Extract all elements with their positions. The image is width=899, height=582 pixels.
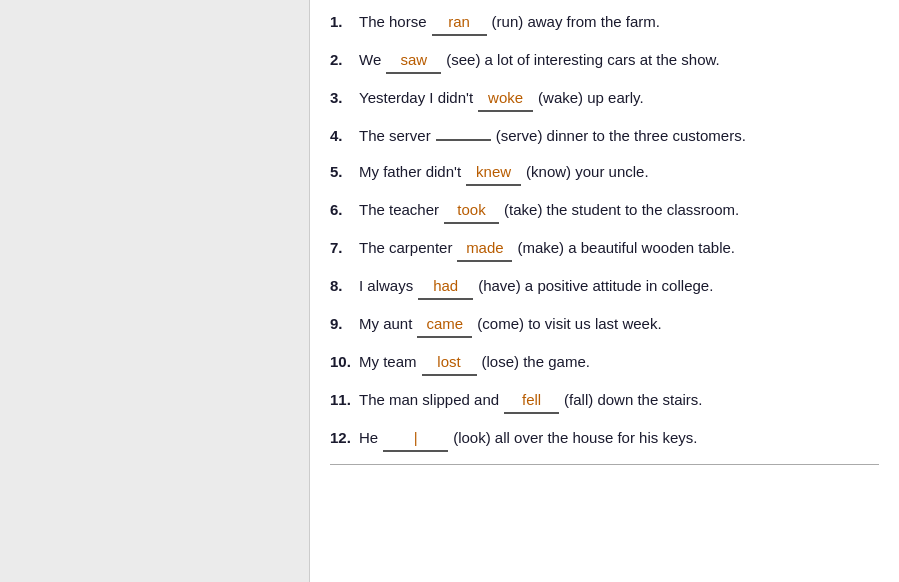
item-number: 9. xyxy=(330,312,358,336)
item-answer[interactable]: knew xyxy=(466,160,521,186)
item-content: The server (serve) dinner to the three c… xyxy=(358,124,747,148)
item-answer[interactable] xyxy=(436,139,491,141)
item-before-text: The teacher xyxy=(359,198,439,222)
item-answer[interactable]: lost xyxy=(422,350,477,376)
item-after-text: (know) your uncle. xyxy=(526,160,649,184)
item-after-text: (have) a positive attitude in college. xyxy=(478,274,713,298)
item-after-text: (run) away from the farm. xyxy=(492,10,660,34)
page-container: 1.The horse ran (run) away from the farm… xyxy=(0,0,899,582)
item-after-text: (see) a lot of interesting cars at the s… xyxy=(446,48,719,72)
item-answer[interactable]: had xyxy=(418,274,473,300)
item-answer[interactable]: | xyxy=(383,426,448,452)
item-number: 10. xyxy=(330,350,358,374)
item-content: The teacher took (take) the student to t… xyxy=(358,198,740,224)
item-content: We saw (see) a lot of interesting cars a… xyxy=(358,48,721,74)
item-before-text: The carpenter xyxy=(359,236,452,260)
item-number: 2. xyxy=(330,48,358,72)
item-answer[interactable]: fell xyxy=(504,388,559,414)
item-after-text: (wake) up early. xyxy=(538,86,644,110)
item-content: Yesterday I didn't woke (wake) up early. xyxy=(358,86,645,112)
item-answer[interactable]: came xyxy=(417,312,472,338)
left-panel xyxy=(0,0,310,582)
item-answer[interactable]: ran xyxy=(432,10,487,36)
item-content: The man slipped and fell (fall) down the… xyxy=(358,388,703,414)
exercise-item: 7.The carpenter made (make) a beautiful … xyxy=(330,236,879,262)
item-before-text: He xyxy=(359,426,378,450)
item-number: 7. xyxy=(330,236,358,260)
item-before-text: My aunt xyxy=(359,312,412,336)
item-before-text: The server xyxy=(359,124,431,148)
item-number: 4. xyxy=(330,124,358,148)
exercise-item: 8.I always had (have) a positive attitud… xyxy=(330,274,879,300)
item-number: 5. xyxy=(330,160,358,184)
item-content: The carpenter made (make) a beautiful wo… xyxy=(358,236,736,262)
bottom-divider xyxy=(330,464,879,465)
item-number: 8. xyxy=(330,274,358,298)
item-content: I always had (have) a positive attitude … xyxy=(358,274,714,300)
exercise-item: 9.My aunt came (come) to visit us last w… xyxy=(330,312,879,338)
exercise-item: 12.He | (look) all over the house for hi… xyxy=(330,426,879,452)
item-number: 1. xyxy=(330,10,358,34)
item-answer[interactable]: woke xyxy=(478,86,533,112)
item-number: 11. xyxy=(330,388,358,412)
exercise-item: 1.The horse ran (run) away from the farm… xyxy=(330,10,879,36)
item-number: 3. xyxy=(330,86,358,110)
item-after-text: (make) a beautiful wooden table. xyxy=(517,236,735,260)
item-before-text: Yesterday I didn't xyxy=(359,86,473,110)
item-answer[interactable]: took xyxy=(444,198,499,224)
item-before-text: My team xyxy=(359,350,417,374)
item-content: My aunt came (come) to visit us last wee… xyxy=(358,312,663,338)
item-number: 12. xyxy=(330,426,358,450)
item-after-text: (serve) dinner to the three customers. xyxy=(496,124,746,148)
exercise-item: 4.The server (serve) dinner to the three… xyxy=(330,124,879,148)
item-before-text: The horse xyxy=(359,10,427,34)
item-before-text: We xyxy=(359,48,381,72)
item-number: 6. xyxy=(330,198,358,222)
item-after-text: (look) all over the house for his keys. xyxy=(453,426,697,450)
item-before-text: I always xyxy=(359,274,413,298)
exercise-item: 6.The teacher took (take) the student to… xyxy=(330,198,879,224)
item-before-text: My father didn't xyxy=(359,160,461,184)
exercise-item: 10.My team lost (lose) the game. xyxy=(330,350,879,376)
item-before-text: The man slipped and xyxy=(359,388,499,412)
exercise-item: 11.The man slipped and fell (fall) down … xyxy=(330,388,879,414)
item-after-text: (lose) the game. xyxy=(482,350,590,374)
item-content: My team lost (lose) the game. xyxy=(358,350,591,376)
exercise-item: 5.My father didn't knew (know) your uncl… xyxy=(330,160,879,186)
item-content: He | (look) all over the house for his k… xyxy=(358,426,698,452)
content-area: 1.The horse ran (run) away from the farm… xyxy=(310,0,899,582)
item-content: The horse ran (run) away from the farm. xyxy=(358,10,661,36)
exercise-list: 1.The horse ran (run) away from the farm… xyxy=(330,10,879,452)
item-after-text: (fall) down the stairs. xyxy=(564,388,702,412)
item-after-text: (come) to visit us last week. xyxy=(477,312,661,336)
item-content: My father didn't knew (know) your uncle. xyxy=(358,160,650,186)
item-answer[interactable]: saw xyxy=(386,48,441,74)
exercise-item: 3.Yesterday I didn't woke (wake) up earl… xyxy=(330,86,879,112)
exercise-item: 2.We saw (see) a lot of interesting cars… xyxy=(330,48,879,74)
item-after-text: (take) the student to the classroom. xyxy=(504,198,739,222)
item-answer[interactable]: made xyxy=(457,236,512,262)
